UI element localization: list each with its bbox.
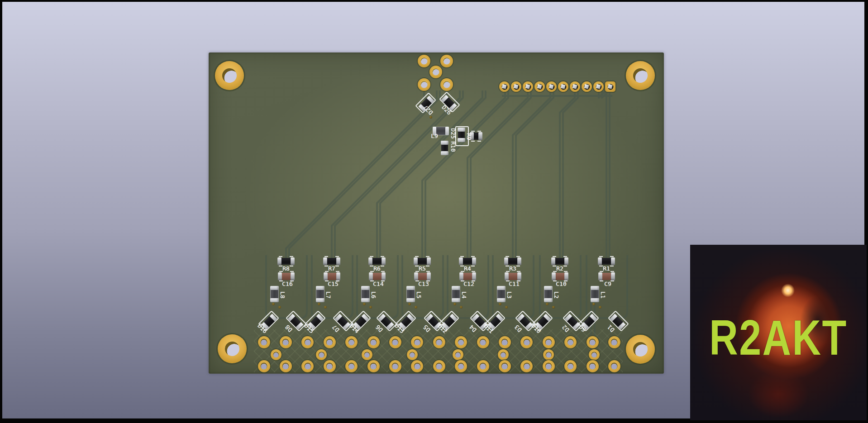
through-hole-pad: [564, 336, 577, 348]
drill-hole: [444, 58, 450, 65]
through-hole-pad: [429, 66, 442, 78]
drill-hole: [458, 363, 464, 370]
header-pin-square: [605, 81, 615, 92]
silkscreen-label-R2: R2: [556, 266, 563, 271]
drill-hole: [348, 339, 355, 346]
resistor-R7: [324, 258, 339, 265]
mounting-hole: [626, 335, 655, 364]
header-pin: [570, 81, 580, 92]
silkscreen-label-R5: R5: [419, 266, 426, 271]
drill-hole: [501, 363, 508, 370]
header-pin: [546, 81, 557, 92]
drill-hole: [633, 342, 648, 356]
drill-hole: [611, 339, 618, 346]
through-hole-pad: [543, 336, 555, 348]
resistor-R6: [369, 258, 385, 265]
resistor-R1: [599, 258, 614, 265]
header-pin: [558, 81, 568, 92]
silkscreen-ticks: [471, 131, 475, 132]
drill-hole: [567, 339, 574, 346]
resistor-R10: [441, 142, 448, 154]
pin-stub: [560, 84, 565, 89]
drill-hole: [421, 58, 428, 65]
pin-stub: [525, 84, 530, 89]
silkscreen-label-C11: C11: [509, 281, 519, 287]
silkscreen-ticks: [324, 256, 328, 257]
via: [592, 303, 595, 305]
through-hole-pad: [499, 360, 511, 372]
drill-hole: [436, 363, 443, 370]
header-pin: [523, 81, 533, 92]
drill-hole: [455, 352, 461, 357]
drill-hole: [326, 339, 333, 346]
through-hole-pad: [498, 349, 509, 360]
through-hole-pad: [433, 336, 445, 348]
silkscreen-ticks: [279, 256, 282, 257]
inductor-L4: [452, 286, 460, 302]
inductor-L3: [497, 286, 506, 302]
via: [369, 306, 372, 309]
through-hole-pad: [271, 349, 281, 360]
drill-hole: [282, 339, 289, 346]
capacitor-C13: [415, 273, 430, 280]
silkscreen-label-D25: D25: [450, 128, 456, 138]
through-hole-pad: [407, 349, 418, 360]
via: [324, 306, 327, 309]
through-hole-pad: [587, 360, 599, 372]
drill-hole: [392, 339, 399, 346]
resistor-R3: [505, 258, 520, 265]
pin-stub: [501, 84, 506, 89]
via: [429, 116, 432, 119]
capacitor-C16: [279, 273, 294, 280]
drill-hole: [282, 363, 289, 370]
silkscreen-label-L6: L6: [371, 291, 377, 299]
inductor-L6: [361, 286, 370, 302]
silkscreen-label-R4: R4: [464, 266, 471, 271]
drill-hole: [364, 352, 370, 357]
drill-hole: [523, 339, 530, 346]
through-hole-pad: [520, 360, 533, 372]
silkscreen-ticks: [460, 256, 464, 257]
silkscreen-label-R9: R9: [466, 133, 472, 140]
resistor-R9: [471, 133, 482, 140]
through-hole-pad: [587, 336, 599, 348]
through-hole-pad: [477, 336, 489, 348]
through-hole-pad: [433, 360, 445, 372]
through-hole-pad: [589, 349, 600, 360]
through-hole-pad: [453, 349, 463, 360]
via: [318, 303, 320, 305]
through-hole-pad: [389, 360, 401, 372]
through-hole-pad: [258, 336, 270, 348]
through-hole-pad: [367, 336, 380, 348]
through-hole-pad: [455, 336, 467, 348]
silkscreen-label-C9: C9: [604, 281, 611, 287]
silkscreen-label-C10: C10: [556, 281, 566, 287]
drill-hole: [273, 352, 279, 357]
via: [415, 306, 417, 309]
via: [499, 303, 501, 305]
through-hole-pad: [280, 336, 292, 348]
viewport-background[interactable]: D27 D26 L9 D25 R10 R9 R8C16L8R7C15L7R6C1…: [2, 2, 864, 418]
drill-hole: [222, 68, 237, 83]
drill-hole: [348, 363, 355, 370]
silkscreen-ticks: [553, 256, 556, 257]
silkscreen-label-C13: C13: [418, 281, 429, 287]
drill-hole: [436, 339, 443, 346]
inductor-L7: [316, 286, 324, 302]
drill-hole: [545, 339, 552, 346]
through-hole-pad: [411, 336, 423, 348]
silkscreen-label-C14: C14: [373, 281, 383, 287]
resistor-R8: [278, 258, 294, 265]
inductor-L1: [591, 286, 599, 302]
drill-hole: [458, 339, 464, 346]
header-pin: [499, 81, 510, 92]
drill-hole: [611, 363, 618, 370]
through-hole-pad: [301, 360, 314, 372]
pin-stub: [596, 84, 601, 89]
silkscreen-label-L1: L1: [600, 291, 606, 299]
through-hole-pad: [301, 336, 314, 348]
drill-hole: [410, 352, 415, 357]
silkscreen-label-R7: R7: [328, 266, 335, 271]
resistor-R5: [415, 258, 430, 265]
drill-hole: [444, 81, 450, 88]
